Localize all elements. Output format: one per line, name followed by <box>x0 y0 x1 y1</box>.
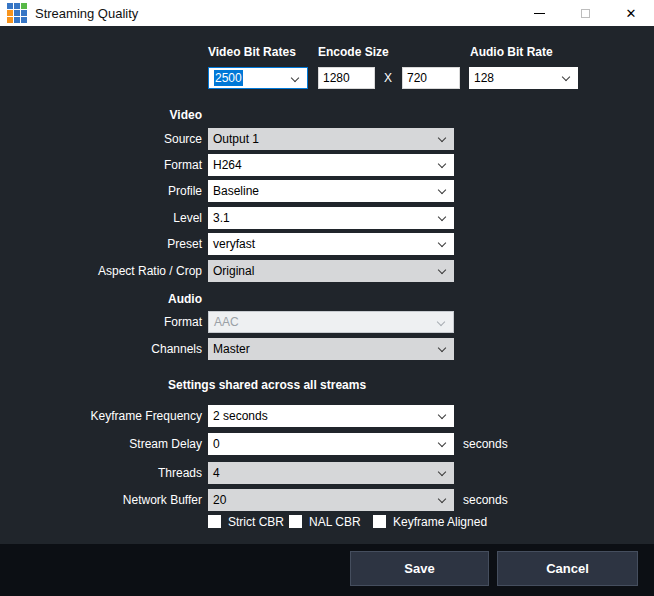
chevron-down-icon <box>438 160 446 168</box>
encode-size-label: Encode Size <box>318 45 389 59</box>
network-buffer-combo[interactable]: 20 <box>208 489 454 511</box>
save-button[interactable]: Save <box>350 551 489 586</box>
streaming-quality-dialog: Streaming Quality ✕ Video Bit Rates Enco… <box>0 0 654 596</box>
chevron-down-icon <box>438 439 446 447</box>
stream-delay-label: Stream Delay <box>2 433 202 455</box>
video-bit-rates-label: Video Bit Rates <box>208 45 296 59</box>
window-title: Streaming Quality <box>35 6 138 21</box>
profile-combo[interactable]: Baseline <box>208 180 454 202</box>
format-label: Format <box>2 154 202 176</box>
keyframe-frequency-combo[interactable]: 2 seconds <box>208 405 454 427</box>
maximize-icon <box>581 9 590 18</box>
audio-format-combo: AAC <box>208 311 454 333</box>
chevron-down-icon <box>438 186 446 194</box>
aspect-ratio-crop-combo[interactable]: Original <box>208 260 454 282</box>
audio-format-label: Format <box>2 311 202 333</box>
chevron-down-icon <box>438 266 446 274</box>
footer-bar: Save Cancel <box>0 544 654 596</box>
close-button[interactable]: ✕ <box>608 0 654 26</box>
stream-delay-seconds-suffix: seconds <box>463 433 508 455</box>
cancel-button[interactable]: Cancel <box>497 551 638 586</box>
chevron-down-icon <box>291 74 299 82</box>
threads-combo[interactable]: 4 <box>208 462 454 484</box>
minimize-icon <box>534 13 545 14</box>
encode-width-input[interactable] <box>318 67 375 89</box>
encode-size-x-separator: X <box>384 67 392 89</box>
chevron-down-icon <box>438 344 446 352</box>
source-combo[interactable]: Output 1 <box>208 128 454 150</box>
audio-bit-rate-combo[interactable]: 128 <box>469 67 578 89</box>
keyframe-frequency-label: Keyframe Frequency <box>2 405 202 427</box>
source-label: Source <box>2 128 202 150</box>
stream-delay-combo[interactable]: 0 <box>208 433 454 455</box>
nal-cbr-label: NAL CBR <box>309 516 361 529</box>
chevron-down-icon <box>438 213 446 221</box>
strict-cbr-label: Strict CBR <box>228 516 284 529</box>
encode-height-input[interactable] <box>402 67 460 89</box>
channels-label: Channels <box>2 338 202 360</box>
audio-section-header: Audio <box>2 292 202 306</box>
channels-combo[interactable]: Master <box>208 338 454 360</box>
chevron-down-icon <box>438 468 446 476</box>
video-bit-rates-combo[interactable]: 2500 <box>208 67 308 89</box>
preset-combo[interactable]: veryfast <box>208 233 454 255</box>
minimize-button[interactable] <box>516 0 562 26</box>
app-grid-icon <box>7 3 27 23</box>
format-combo[interactable]: H264 <box>208 154 454 176</box>
preset-label: Preset <box>2 233 202 255</box>
network-buffer-label: Network Buffer <box>2 489 202 511</box>
level-label: Level <box>2 207 202 229</box>
audio-bit-rate-label: Audio Bit Rate <box>470 45 553 59</box>
video-section-header: Video <box>2 108 202 122</box>
titlebar: Streaming Quality ✕ <box>0 0 654 26</box>
chevron-down-icon <box>437 318 445 326</box>
strict-cbr-checkbox[interactable] <box>208 515 221 528</box>
shared-settings-header: Settings shared across all streams <box>168 378 366 392</box>
keyframe-aligned-label: Keyframe Aligned <box>393 516 487 529</box>
network-buffer-seconds-suffix: seconds <box>463 489 508 511</box>
chevron-down-icon <box>562 73 570 81</box>
keyframe-aligned-checkbox[interactable] <box>373 515 386 528</box>
profile-label: Profile <box>2 180 202 202</box>
chevron-down-icon <box>438 239 446 247</box>
threads-label: Threads <box>2 462 202 484</box>
level-combo[interactable]: 3.1 <box>208 207 454 229</box>
nal-cbr-checkbox[interactable] <box>289 515 302 528</box>
close-icon: ✕ <box>626 7 637 20</box>
aspect-ratio-crop-label: Aspect Ratio / Crop <box>2 260 202 282</box>
maximize-button[interactable] <box>562 0 608 26</box>
chevron-down-icon <box>438 411 446 419</box>
chevron-down-icon <box>438 495 446 503</box>
chevron-down-icon <box>438 134 446 142</box>
